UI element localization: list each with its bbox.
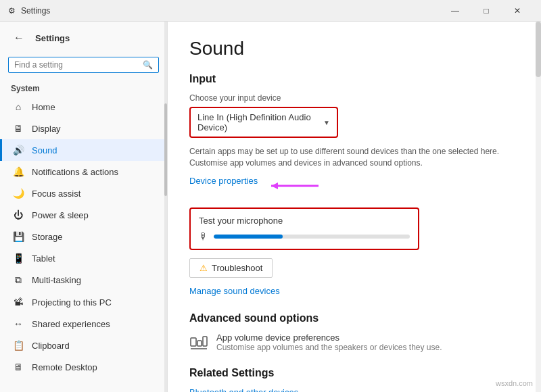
sidebar-item-shared-experiences[interactable]: ↔ Shared experiences	[0, 313, 167, 335]
main-scrollbar-track	[536, 22, 541, 392]
mic-level-fill	[214, 235, 283, 239]
input-section-title: Input	[189, 73, 519, 85]
search-input[interactable]	[14, 60, 143, 70]
page-title: Sound	[189, 38, 519, 59]
manage-sound-devices-link[interactable]: Manage sound devices	[189, 286, 519, 296]
device-properties-link[interactable]: Device properties	[189, 176, 258, 186]
svg-marker-1	[271, 182, 278, 189]
choose-input-label: Choose your input device	[189, 93, 519, 103]
pink-arrow-annotation	[264, 178, 325, 193]
related-section-title: Related Settings	[189, 367, 519, 379]
troubleshoot-button[interactable]: ⚠ Troubleshoot	[189, 258, 273, 278]
minimize-button[interactable]: —	[440, 0, 471, 22]
advanced-text-col: App volume device preferences Customise …	[216, 333, 442, 352]
dropdown-arrow-icon: ▼	[323, 119, 330, 126]
device-properties-row: Device properties	[189, 176, 519, 197]
display-icon: 🖥	[13, 123, 24, 134]
sidebar-item-remote-desktop[interactable]: 🖥 Remote Desktop	[0, 356, 167, 378]
sidebar-item-label-power-sleep: Power & sleep	[32, 210, 89, 220]
mic-test-label: Test your microphone	[199, 216, 410, 226]
sidebar-item-clipboard[interactable]: 📋 Clipboard	[0, 335, 167, 356]
sidebar-item-focus-assist[interactable]: 🌙 Focus assist	[0, 182, 167, 204]
titlebar-controls: — □ ✕	[440, 0, 533, 22]
focus-assist-icon: 🌙	[13, 188, 24, 199]
sidebar-nav: ← Settings	[0, 22, 167, 54]
sidebar-item-label-multitasking: Multi-tasking	[32, 275, 81, 285]
watermark: wsxdn.com	[493, 378, 536, 388]
sidebar-item-label-remote-desktop: Remote Desktop	[32, 362, 97, 372]
maximize-button[interactable]: □	[471, 0, 502, 22]
settings-icon: ⚙	[8, 6, 16, 16]
projecting-icon: 📽	[13, 297, 24, 308]
notifications-icon: 🔔	[13, 166, 24, 177]
input-device-value: Line In (High Definition Audio Device)	[197, 112, 323, 132]
sidebar-item-label-storage: Storage	[32, 232, 63, 242]
sidebar-item-label-shared-exp: Shared experiences	[32, 319, 110, 329]
sidebar-scrollbar-thumb[interactable]	[164, 103, 167, 196]
home-icon: ⌂	[13, 101, 24, 112]
sidebar: ← Settings 🔍 System ⌂ Home 🖥 Display 🔊 S…	[0, 22, 168, 392]
power-sleep-icon: ⏻	[13, 210, 24, 220]
svg-rect-4	[203, 337, 207, 346]
sidebar-item-notifications[interactable]: 🔔 Notifications & actions	[0, 161, 167, 182]
advanced-section-title: Advanced sound options	[189, 312, 519, 324]
clipboard-icon: 📋	[13, 340, 24, 351]
sidebar-item-label-tablet: Tablet	[32, 253, 55, 264]
sidebar-item-label-clipboard: Clipboard	[32, 341, 70, 351]
titlebar: ⚙ Settings — □ ✕	[0, 0, 541, 22]
advanced-option-icon	[189, 334, 208, 356]
troubleshoot-label: Troubleshoot	[212, 263, 262, 273]
app-body: ← Settings 🔍 System ⌂ Home 🖥 Display 🔊 S…	[0, 22, 541, 392]
sidebar-item-storage[interactable]: 💾 Storage	[0, 226, 167, 247]
microphone-icon: 🎙	[199, 231, 208, 242]
tablet-icon: 📱	[13, 253, 24, 264]
advanced-option-desc: Customise app volumes and the speakers o…	[216, 343, 442, 352]
advanced-option-title: App volume device preferences	[216, 333, 442, 343]
sidebar-item-sound[interactable]: 🔊 Sound	[0, 139, 167, 161]
sidebar-item-home[interactable]: ⌂ Home	[0, 96, 167, 118]
bluetooth-link[interactable]: Bluetooth and other devices	[189, 387, 519, 392]
mic-level-bar	[214, 235, 410, 239]
sidebar-title: Settings	[35, 33, 70, 43]
sidebar-item-label-notifications: Notifications & actions	[32, 167, 118, 177]
shared-exp-icon: ↔	[13, 318, 24, 329]
sidebar-item-power-sleep[interactable]: ⏻ Power & sleep	[0, 204, 167, 226]
titlebar-title: Settings	[21, 6, 50, 16]
search-icon: 🔍	[143, 60, 153, 70]
system-label: System	[0, 78, 167, 96]
advanced-option-row: App volume device preferences Customise …	[189, 333, 519, 356]
back-button[interactable]: ←	[8, 27, 30, 49]
sidebar-scrollbar-track	[164, 22, 167, 392]
mic-test-box: Test your microphone 🎙	[189, 207, 419, 250]
sidebar-item-display[interactable]: 🖥 Display	[0, 118, 167, 139]
sidebar-item-label-display: Display	[32, 124, 61, 134]
search-box[interactable]: 🔍	[8, 57, 159, 73]
main-scrollbar-thumb[interactable]	[536, 22, 541, 77]
titlebar-left: ⚙ Settings	[8, 6, 50, 16]
info-text: Certain apps may be set up to use differ…	[189, 146, 514, 169]
storage-icon: 💾	[13, 231, 24, 242]
sidebar-item-label-focus-assist: Focus assist	[32, 189, 80, 199]
sidebar-item-label-home: Home	[32, 102, 55, 112]
input-device-dropdown[interactable]: Line In (High Definition Audio Device) ▼	[189, 107, 338, 138]
multitasking-icon: ⧉	[13, 274, 24, 286]
svg-rect-3	[197, 341, 202, 346]
remote-desktop-icon: 🖥	[13, 362, 24, 372]
sidebar-item-projecting[interactable]: 📽 Projecting to this PC	[0, 291, 167, 313]
main-content: Sound Input Choose your input device Lin…	[168, 22, 541, 392]
sidebar-item-tablet[interactable]: 📱 Tablet	[0, 247, 167, 269]
mic-level-row: 🎙	[199, 231, 410, 242]
sidebar-item-multitasking[interactable]: ⧉ Multi-tasking	[0, 269, 167, 291]
sidebar-item-label-projecting: Projecting to this PC	[32, 297, 112, 308]
sound-icon: 🔊	[13, 145, 24, 155]
warning-icon: ⚠	[199, 263, 208, 273]
close-button[interactable]: ✕	[502, 0, 533, 22]
sidebar-item-label-sound: Sound	[32, 145, 57, 155]
svg-rect-2	[191, 338, 196, 346]
